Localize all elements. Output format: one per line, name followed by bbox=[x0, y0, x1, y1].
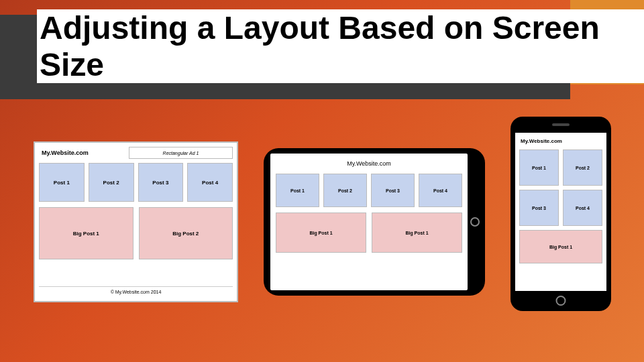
phone-post: Post 3 bbox=[519, 190, 559, 226]
phone-post: Post 4 bbox=[563, 190, 602, 226]
slide-title: Adjusting a Layout Based on Screen Size bbox=[37, 9, 644, 83]
phone-speaker-icon bbox=[552, 123, 570, 126]
phone-post: Post 2 bbox=[563, 149, 602, 186]
tablet-mockup: My.Website.com Post 1 Post 2 Post 3 Post… bbox=[264, 148, 485, 296]
desktop-post: Post 1 bbox=[39, 163, 85, 202]
desktop-post: Post 2 bbox=[89, 163, 134, 202]
tablet-brand: My.Website.com bbox=[276, 158, 462, 168]
desktop-ad: Rectangular Ad 1 bbox=[129, 147, 233, 159]
mockups-row: My.Website.com Rectangular Ad 1 Post 1 P… bbox=[34, 133, 631, 311]
tablet-home-button-icon bbox=[470, 217, 480, 227]
tablet-post: Post 2 bbox=[323, 174, 367, 207]
phone-home-button-icon bbox=[556, 296, 566, 306]
tablet-post: Post 4 bbox=[419, 174, 462, 207]
desktop-bigpost: Big Post 1 bbox=[39, 207, 133, 259]
phone-brand: My.Website.com bbox=[519, 137, 602, 145]
desktop-mockup: My.Website.com Rectangular Ad 1 Post 1 P… bbox=[34, 141, 238, 302]
phone-post: Post 1 bbox=[519, 149, 559, 186]
desktop-post: Post 4 bbox=[187, 163, 233, 202]
phone-bigpost: Big Post 1 bbox=[519, 230, 602, 263]
desktop-bigpost: Big Post 2 bbox=[139, 207, 233, 259]
tablet-post: Post 1 bbox=[276, 174, 319, 207]
desktop-post: Post 3 bbox=[138, 163, 184, 202]
tablet-bigpost: Big Post 1 bbox=[276, 213, 366, 253]
desktop-brand: My.Website.com bbox=[39, 147, 126, 159]
desktop-footer: © My.Website.com 2014 bbox=[39, 286, 233, 297]
tablet-bigpost: Big Post 1 bbox=[372, 213, 462, 253]
phone-mockup: My.Website.com Post 1 Post 2 Post 3 Post… bbox=[511, 117, 611, 311]
tablet-post: Post 3 bbox=[371, 174, 415, 207]
